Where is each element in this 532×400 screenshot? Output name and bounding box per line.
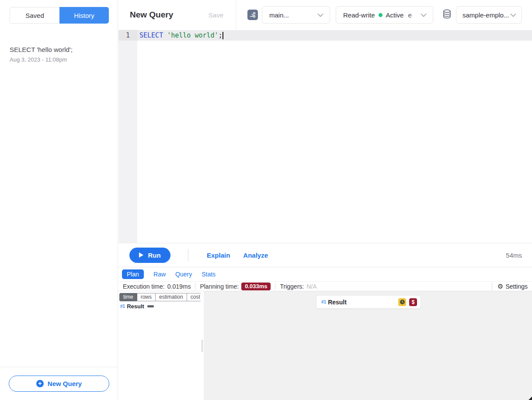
tab-stats[interactable]: Stats <box>202 271 216 278</box>
sidebar-footer: + New Query <box>0 367 118 400</box>
sql-editor[interactable]: 1 SELECT 'hello world'; <box>118 30 532 243</box>
query-header: New Query Save <box>118 0 236 30</box>
plan-stats-bar: Execution time: 0.019ms Planning time: 0… <box>118 281 532 291</box>
editor-gutter <box>118 30 137 243</box>
node-badges: $ <box>398 298 417 306</box>
plus-icon: + <box>36 380 44 387</box>
plan-visualizer: time rows estimation cost #1 Result #1 R… <box>118 291 532 400</box>
gear-icon: ⚙ <box>497 283 503 290</box>
plan-settings-button[interactable]: ⚙ Settings <box>492 283 532 290</box>
window-resize-corner[interactable] <box>529 397 532 400</box>
time-warning-icon <box>398 298 406 306</box>
query-workspace: Saved History SELECT 'hello world'; Aug … <box>0 0 532 400</box>
database-icon <box>442 9 452 21</box>
query-elapsed-time: 54ms <box>506 252 522 259</box>
cost-warning-icon: $ <box>409 298 417 306</box>
result-tabs: Plan Raw Query Stats <box>118 267 532 281</box>
plan-tree-row[interactable]: #1 Result <box>120 303 154 310</box>
connection-mode-dropdown[interactable]: Read-write Active e <box>336 6 433 24</box>
plan-diagram-canvas[interactable]: #1 Result $ <box>204 291 532 400</box>
tab-query[interactable]: Query <box>175 271 192 278</box>
execution-time-value: 0.019ms <box>167 283 191 290</box>
save-button[interactable]: Save <box>209 11 223 19</box>
triggers: Triggers: N/A <box>275 283 321 290</box>
sql-keyword: SELECT <box>139 31 163 39</box>
chevron-down-icon <box>317 13 323 17</box>
text-cursor <box>223 32 223 39</box>
tab-history[interactable]: History <box>59 7 109 24</box>
database-dropdown-value: sample-emplo... <box>462 11 509 19</box>
main-panel: New Query Save main... Read-write <box>118 0 532 400</box>
triggers-label: Triggers: <box>280 283 304 290</box>
editor-active-line[interactable]: 1 SELECT 'hello world'; <box>118 30 532 41</box>
history-list-item[interactable]: SELECT 'hello world'; Aug 3, 2023 - 11:0… <box>0 42 118 66</box>
plan-metric-toggle: time rows estimation cost <box>119 293 207 301</box>
planning-time-badge: 0.033ms <box>241 283 271 290</box>
schema-share-icon[interactable] <box>247 10 258 20</box>
node-index: #1 <box>120 304 125 309</box>
tab-plan[interactable]: Plan <box>122 269 144 279</box>
mode-label: Read-write <box>343 11 375 19</box>
tab-raw[interactable]: Raw <box>153 271 166 278</box>
new-query-button[interactable]: + New Query <box>9 376 109 392</box>
sidebar: Saved History SELECT 'hello world'; Aug … <box>0 0 118 400</box>
page-title: New Query <box>130 10 173 20</box>
run-button-label: Run <box>148 252 160 259</box>
new-query-button-label: New Query <box>48 380 82 387</box>
branch-dropdown[interactable]: main... <box>262 6 330 24</box>
play-icon <box>139 252 143 258</box>
line-number: 1 <box>118 30 137 41</box>
code-line: SELECT 'hello world'; <box>137 31 223 39</box>
execution-time-label: Execution time: <box>123 283 165 290</box>
active-status-dot <box>379 13 382 17</box>
metric-bar <box>147 305 154 307</box>
execution-time: Execution time: 0.019ms <box>118 283 195 290</box>
triggers-value: N/A <box>306 283 316 290</box>
topbar: New Query Save main... Read-write <box>118 0 532 30</box>
branch-dropdown-value: main... <box>269 11 289 19</box>
metric-estimation-button[interactable]: estimation <box>156 293 187 301</box>
metric-rows-button[interactable]: rows <box>137 293 156 301</box>
explain-button[interactable]: Explain <box>207 252 230 259</box>
status-label: Active <box>386 11 404 19</box>
tab-saved[interactable]: Saved <box>10 7 59 24</box>
metric-time-button[interactable]: time <box>119 293 137 301</box>
planning-time-label: Planning time: <box>200 283 239 290</box>
panel-resize-handle[interactable] <box>201 291 204 400</box>
saved-history-toggle: Saved History <box>10 7 109 24</box>
truncated-text: e <box>408 11 411 19</box>
history-item-query: SELECT 'hello world'; <box>10 45 108 54</box>
plan-tree-panel: time rows estimation cost #1 Result <box>118 291 201 400</box>
analyze-button[interactable]: Analyze <box>243 252 268 259</box>
chevron-down-icon <box>421 13 427 17</box>
node-index: #1 <box>321 300 326 304</box>
database-dropdown[interactable]: sample-emplo... <box>456 6 522 24</box>
settings-label: Settings <box>505 283 528 290</box>
chevron-down-icon <box>510 13 516 17</box>
sql-terminator: ; <box>219 31 223 39</box>
run-toolbar: Run Explain Analyze 54ms <box>118 243 532 267</box>
sql-string: 'hello world' <box>167 31 218 39</box>
run-button[interactable]: Run <box>129 248 170 263</box>
connection-controls: main... Read-write Active e <box>236 0 532 30</box>
node-label: Result <box>328 299 347 306</box>
node-label: Result <box>127 303 144 310</box>
history-item-timestamp: Aug 3, 2023 - 11:08pm <box>10 56 108 63</box>
planning-time: Planning time: 0.033ms <box>195 283 275 290</box>
plan-node-result[interactable]: #1 Result $ <box>316 295 421 309</box>
divider <box>188 249 188 261</box>
